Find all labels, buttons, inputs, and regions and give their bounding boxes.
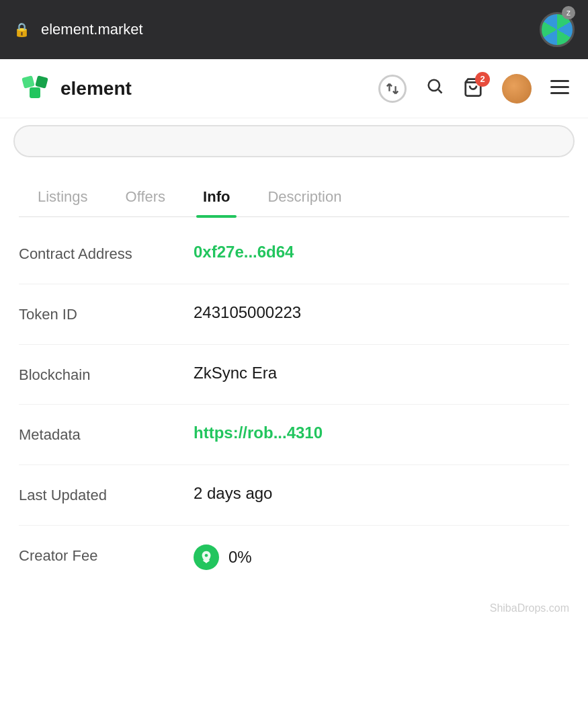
tab-description[interactable]: Description (249, 177, 360, 216)
last-updated-label: Last Updated (19, 484, 194, 506)
menu-icon[interactable] (550, 79, 569, 98)
svg-rect-3 (30, 87, 40, 98)
info-row-last-updated: Last Updated 2 days ago (19, 465, 569, 526)
creator-fee-icon (194, 544, 219, 570)
tab-listings[interactable]: Listings (19, 177, 107, 216)
svg-point-9 (205, 554, 208, 557)
tab-offers[interactable]: Offers (107, 177, 185, 216)
blockchain-label: Blockchain (19, 364, 194, 386)
svg-point-4 (429, 80, 439, 91)
info-row-contract-address: Contract Address 0xf27e...6d64 (19, 224, 569, 284)
element-logo-icon (19, 73, 51, 105)
metadata-value[interactable]: https://rob...4310 (194, 423, 323, 442)
swap-icon[interactable] (378, 75, 407, 103)
svg-rect-6 (550, 80, 569, 82)
token-id-value: 243105000223 (194, 303, 301, 322)
lock-icon: 🔒 (13, 22, 30, 38)
user-avatar[interactable] (502, 74, 532, 104)
creator-fee-label: Creator Fee (19, 544, 194, 567)
browser-user-avatar[interactable] (540, 12, 575, 47)
svg-rect-2 (35, 75, 48, 89)
contract-address-label: Contract Address (19, 243, 194, 265)
search-icon[interactable] (425, 77, 444, 100)
browser-bar: 🔒 element.market (0, 0, 588, 59)
curve-bar (13, 125, 575, 157)
logo-area: element (19, 73, 132, 105)
creator-fee-content: 0% (194, 544, 252, 570)
svg-rect-8 (550, 92, 569, 94)
last-updated-value: 2 days ago (194, 484, 272, 503)
svg-rect-7 (550, 86, 569, 88)
info-row-metadata: Metadata https://rob...4310 (19, 405, 569, 465)
info-row-creator-fee: Creator Fee 0% (19, 526, 569, 589)
header-icons: 2 (378, 74, 569, 104)
info-table: Contract Address 0xf27e...6d64 Token ID … (0, 224, 588, 589)
svg-rect-1 (22, 75, 35, 89)
blockchain-value: ZkSync Era (194, 364, 277, 382)
logo-text: element (60, 78, 132, 99)
cart-badge: 2 (475, 72, 490, 87)
contract-address-value[interactable]: 0xf27e...6d64 (194, 243, 294, 261)
app-header: element 2 (0, 59, 588, 118)
tabs-section: Listings Offers Info Description (0, 177, 588, 217)
browser-url: element.market (41, 21, 529, 38)
tab-info[interactable]: Info (184, 177, 249, 216)
token-id-label: Token ID (19, 303, 194, 325)
info-row-blockchain: Blockchain ZkSync Era (19, 345, 569, 405)
watermark: ShibaDrops.com (0, 589, 588, 628)
info-row-token-id: Token ID 243105000223 (19, 284, 569, 345)
cart-wrapper[interactable]: 2 (463, 77, 483, 100)
creator-fee-value: 0% (228, 548, 252, 567)
tabs-row: Listings Offers Info Description (19, 177, 569, 217)
metadata-label: Metadata (19, 423, 194, 446)
